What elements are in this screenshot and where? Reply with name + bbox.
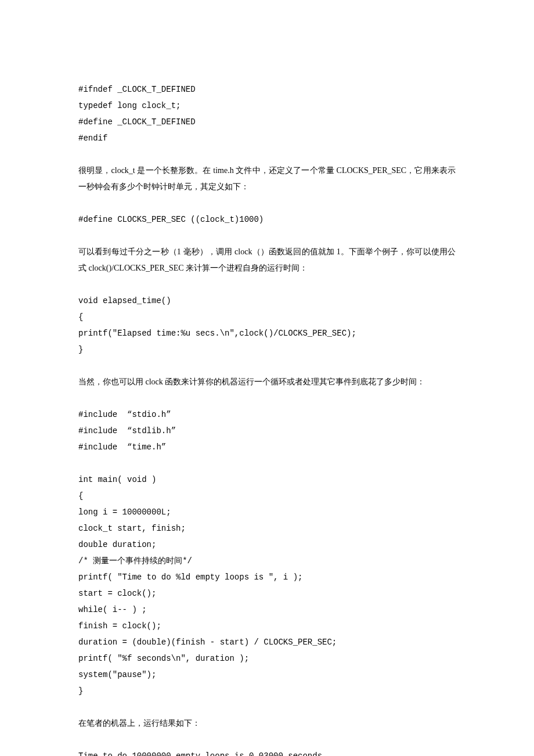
code-line: }: [78, 683, 456, 699]
code-line: duration = (double)(finish - start) / CL…: [78, 634, 456, 650]
code-line: /* 测量一个事件持续的时间*/: [78, 553, 456, 569]
code-line: finish = clock();: [78, 618, 456, 634]
code-line: printf("Elapsed time:%u secs.\n",clock()…: [78, 325, 456, 341]
blank-line: [78, 455, 456, 471]
code-line: start = clock();: [78, 585, 456, 602]
code-line: #include “time.h”: [78, 439, 456, 455]
blank-line: [78, 276, 456, 293]
code-line: printf( "%f seconds\n", duration );: [78, 650, 456, 667]
code-line: long i = 10000000L;: [78, 504, 456, 520]
code-line: double duration;: [78, 537, 456, 553]
code-line: {: [78, 309, 456, 325]
code-line: Time to do 10000000 empty loops is 0.030…: [78, 748, 456, 756]
code-line: #define _CLOCK_T_DEFINED: [78, 114, 456, 130]
blank-line: [78, 699, 456, 715]
code-line: #include “stdlib.h”: [78, 423, 456, 439]
code-line: void elapsed_time(): [78, 293, 456, 309]
code-line: }: [78, 341, 456, 358]
code-line: {: [78, 488, 456, 504]
blank-line: [78, 195, 456, 211]
paragraph: 可以看到每过千分之一秒（1 毫秒），调用 clock（）函数返回的值就加 1。下…: [78, 244, 456, 276]
code-line: system("pause");: [78, 667, 456, 683]
code-line: printf( "Time to do %ld empty loops is "…: [78, 569, 456, 585]
code-line: #define CLOCKS_PER_SEC ((clock_t)1000): [78, 211, 456, 228]
code-line: #include “stdio.h”: [78, 406, 456, 423]
blank-line: [78, 732, 456, 748]
code-line: #ifndef _CLOCK_T_DEFINED: [78, 81, 456, 98]
code-line: clock_t start, finish;: [78, 520, 456, 537]
code-line: #endif: [78, 130, 456, 146]
paragraph: 在笔者的机器上，运行结果如下：: [78, 715, 456, 732]
blank-line: [78, 358, 456, 374]
code-line: while( i-- ) ;: [78, 602, 456, 618]
blank-line: [78, 146, 456, 163]
code-line: int main( void ): [78, 471, 456, 488]
code-line: typedef long clock_t;: [78, 98, 456, 114]
blank-line: [78, 390, 456, 406]
paragraph: 当然，你也可以用 clock 函数来计算你的机器运行一个循环或者处理其它事件到底…: [78, 374, 456, 390]
blank-line: [78, 228, 456, 244]
paragraph: 很明显，clock_t 是一个长整形数。在 time.h 文件中，还定义了一个常…: [78, 163, 456, 195]
